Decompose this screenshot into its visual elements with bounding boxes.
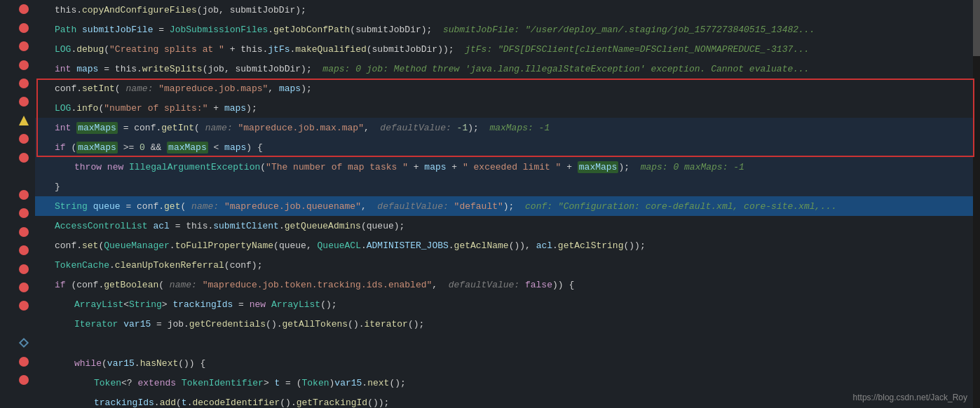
code-line-12: AccessControlList acl = this.submitClien… bbox=[35, 216, 980, 236]
code-line-18 bbox=[35, 334, 980, 353]
gutter-row-12 bbox=[0, 204, 35, 222]
code-line-9: throw new IllegalArgumentException("The … bbox=[35, 157, 980, 177]
gutter-row-7 bbox=[0, 111, 35, 130]
breakpoint-icon[interactable] bbox=[19, 264, 29, 274]
gutter-row-6 bbox=[0, 93, 35, 111]
gutter-row-17 bbox=[0, 297, 35, 315]
gutter-row-15 bbox=[0, 259, 35, 278]
warning-icon bbox=[19, 116, 29, 125]
gutter-row-5 bbox=[0, 74, 35, 93]
code-line-7: int maxMaps = conf.getInt( name: "mapred… bbox=[35, 118, 980, 137]
scrollbar[interactable] bbox=[973, 0, 980, 408]
gutter-row-2 bbox=[0, 18, 35, 36]
breakpoint-icon[interactable] bbox=[19, 227, 29, 237]
breakpoint-icon[interactable] bbox=[19, 190, 29, 200]
code-line-20: Token<? extends TokenIdentifier> t = (To… bbox=[35, 373, 980, 393]
gutter-row-22 bbox=[0, 390, 35, 408]
code-line-1: this.copyAndConfigureFiles(job, submitJo… bbox=[35, 0, 980, 20]
code-line-17: Iterator var15 = job.getCredentials().ge… bbox=[35, 314, 980, 334]
code-line-10: } bbox=[35, 177, 980, 196]
code-editor: this.copyAndConfigureFiles(job, submitJo… bbox=[0, 0, 980, 408]
breakpoint-icon[interactable] bbox=[19, 60, 29, 70]
line-gutter bbox=[0, 0, 35, 408]
breakpoint-icon[interactable] bbox=[19, 79, 29, 88]
watermark: https://blog.csdn.net/Jack_Roy bbox=[853, 393, 967, 402]
gutter-row-14 bbox=[0, 241, 35, 259]
breakpoint-icon[interactable] bbox=[19, 283, 29, 292]
code-line-19: while(var15.hasNext()) { bbox=[35, 353, 980, 373]
gutter-row-18 bbox=[0, 315, 35, 334]
code-line-4: int maps = this.writeSplits(job, submitJ… bbox=[35, 59, 980, 79]
gutter-row-10 bbox=[0, 167, 35, 185]
code-line-2: Path submitJobFile = JobSubmissionFiles.… bbox=[35, 20, 980, 39]
breakpoint-icon[interactable] bbox=[19, 4, 29, 14]
gutter-row-19 bbox=[0, 334, 35, 352]
gutter-row-3 bbox=[0, 37, 35, 55]
scrollbar-thumb[interactable] bbox=[973, 0, 980, 56]
gutter-row-8 bbox=[0, 130, 35, 148]
breakpoint-icon[interactable] bbox=[19, 153, 29, 163]
breakpoint-icon[interactable] bbox=[19, 41, 29, 51]
code-line-11: String queue = conf.get( name: "mapreduc… bbox=[35, 196, 980, 216]
code-line-5: conf.setInt( name: "mapreduce.job.maps",… bbox=[35, 79, 980, 98]
code-line-13: conf.set(QueueManager.toFullPropertyName… bbox=[35, 236, 980, 255]
gutter-row-20 bbox=[0, 353, 35, 371]
breakpoint-icon[interactable] bbox=[19, 97, 29, 107]
code-line-21: trackingIds.add(t.decodeIdentifier().get… bbox=[35, 393, 980, 408]
gutter-row-11 bbox=[0, 186, 35, 204]
code-line-15: if (conf.getBoolean( name: "mapreduce.jo… bbox=[35, 275, 980, 294]
gutter-row-1 bbox=[0, 0, 35, 18]
breakpoint-icon[interactable] bbox=[19, 357, 29, 367]
breakpoint-icon[interactable] bbox=[19, 375, 29, 385]
breakpoint-icon[interactable] bbox=[19, 134, 29, 144]
code-line-16: ArrayList<String> trackingIds = new Arra… bbox=[35, 294, 980, 314]
code-content: this.copyAndConfigureFiles(job, submitJo… bbox=[35, 0, 980, 408]
breakpoint-icon[interactable] bbox=[19, 301, 29, 311]
gutter-row-21 bbox=[0, 371, 35, 389]
code-line-3: LOG.debug("Creating splits at " + this.j… bbox=[35, 39, 980, 59]
gutter-row-16 bbox=[0, 278, 35, 297]
breakpoint-icon[interactable] bbox=[19, 245, 29, 255]
breakpoint-icon[interactable] bbox=[19, 208, 29, 218]
breakpoint-icon[interactable] bbox=[19, 23, 29, 33]
gutter-row-4 bbox=[0, 55, 35, 74]
gutter-row-13 bbox=[0, 222, 35, 240]
code-line-14: TokenCache.cleanUpTokenReferral(conf); bbox=[35, 255, 980, 275]
gutter-row-9 bbox=[0, 149, 35, 167]
code-line-6: LOG.info("number of splits:" + maps); bbox=[35, 98, 980, 118]
code-line-8: if (maxMaps >= 0 && maxMaps < maps) { bbox=[35, 137, 980, 157]
diamond-icon bbox=[19, 338, 29, 348]
